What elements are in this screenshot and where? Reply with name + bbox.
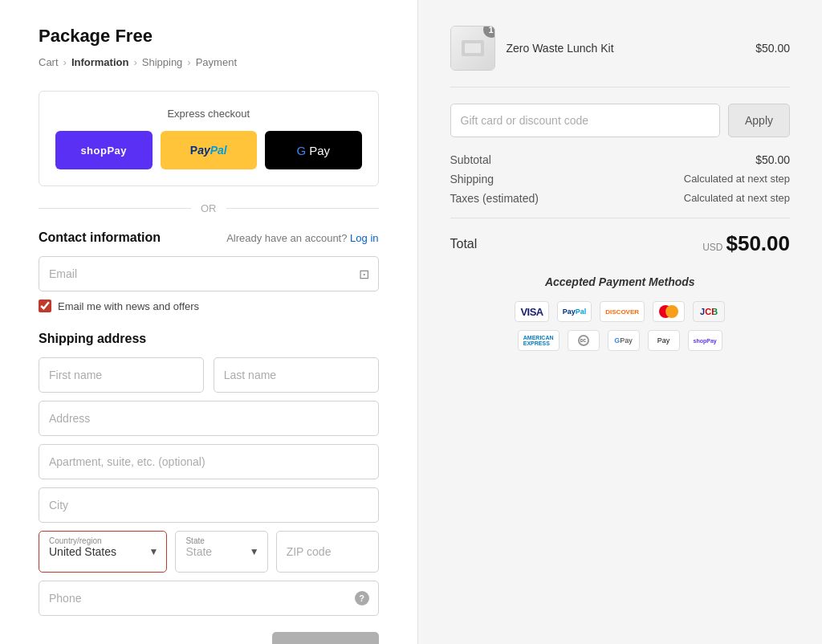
discount-row: Apply <box>450 104 791 137</box>
country-select-wrap[interactable]: Country/region United States ▼ United St… <box>39 531 167 573</box>
newsletter-label: Email me with news and offers <box>58 300 199 312</box>
apartment-input[interactable] <box>39 444 379 479</box>
total-label: Total <box>450 237 478 251</box>
breadcrumb-shipping[interactable]: Shipping <box>142 56 183 68</box>
email-input[interactable] <box>39 256 379 291</box>
contact-header: Contact information Already have an acco… <box>39 230 379 245</box>
total-amount: USD $50.00 <box>702 231 790 256</box>
breadcrumb-sep3: › <box>187 56 190 68</box>
express-buttons: shopPay PayPal G Pay <box>55 131 362 169</box>
apply-button[interactable]: Apply <box>728 104 790 137</box>
shop-pay-icon: shopPay <box>688 330 722 351</box>
summary-lines: Subtotal $50.00 Shipping Calculated at n… <box>450 153 791 205</box>
cart-item: 1 Zero Waste Lunch Kit $50.00 <box>450 26 791 88</box>
login-prompt: Already have an account? Log in <box>226 232 378 244</box>
shipping-address-section: Shipping address Country/region United S… <box>39 332 379 616</box>
phone-row: ? <box>39 581 379 616</box>
login-link[interactable]: Log in <box>350 232 378 244</box>
express-checkout-label: Express checkout <box>55 108 362 120</box>
payment-methods-title: Accepted Payment Methods <box>450 275 791 288</box>
newsletter-row: Email me with news and offers <box>39 300 379 312</box>
subtotal-line: Subtotal $50.00 <box>450 153 791 166</box>
gpay-button[interactable]: G Pay <box>265 131 362 169</box>
shipping-value: Calculated at next step <box>684 173 790 185</box>
location-row: Country/region United States ▼ United St… <box>39 531 379 573</box>
total-line: Total USD $50.00 <box>450 231 791 256</box>
paypal-payment-icon: PayPal <box>557 301 592 322</box>
discover-icon: DISCOVER <box>600 301 645 322</box>
or-text: OR <box>201 202 217 214</box>
payment-icons-row-2: AMERICANEXPRESS DC G Pay Pay shopPay <box>450 330 791 351</box>
product-name: Zero Waste Lunch Kit <box>507 42 745 55</box>
paypal-button[interactable]: PayPal <box>161 131 258 169</box>
payment-icons-row-1: VISA PayPal DISCOVER JCB <box>450 301 791 322</box>
amex-icon: AMERICANEXPRESS <box>518 330 560 351</box>
product-price: $50.00 <box>755 42 790 55</box>
city-input[interactable] <box>39 487 379 523</box>
order-summary-panel: 1 Zero Waste Lunch Kit $50.00 Apply Subt… <box>417 0 823 644</box>
breadcrumb-sep1: › <box>63 56 67 68</box>
subtotal-value: $50.00 <box>755 153 790 166</box>
google-pay-icon: G Pay <box>608 330 640 351</box>
taxes-value: Calculated at next step <box>684 192 790 205</box>
mastercard-icon <box>653 301 685 322</box>
contact-title: Contact information <box>39 230 161 245</box>
taxes-line: Taxes (estimated) Calculated at next ste… <box>450 192 791 205</box>
apple-pay-icon: Pay <box>648 330 680 351</box>
shipping-line: Shipping Calculated at next step <box>450 173 791 185</box>
visa-icon: VISA <box>515 301 548 322</box>
shipping-label: Shipping <box>450 173 494 185</box>
continue-button[interactable]: Continue <box>272 632 378 644</box>
state-select-wrap[interactable]: State State ▼ State <box>175 531 267 573</box>
apartment-row <box>39 444 379 479</box>
breadcrumb-cart[interactable]: Cart <box>39 56 59 68</box>
total-value: $50.00 <box>726 231 790 256</box>
svg-rect-1 <box>465 43 481 53</box>
subtotal-label: Subtotal <box>450 153 491 166</box>
taxes-label: Taxes (estimated) <box>450 192 539 205</box>
breadcrumb-payment[interactable]: Payment <box>196 56 237 68</box>
first-name-input[interactable] <box>39 357 204 393</box>
breadcrumb-sep2: › <box>133 56 136 68</box>
total-currency: USD <box>702 242 722 253</box>
discount-input[interactable] <box>450 104 720 137</box>
newsletter-checkbox[interactable] <box>39 300 51 312</box>
address-row <box>39 401 379 436</box>
jcb-icon: JCB <box>693 301 725 322</box>
breadcrumb: Cart › Information › Shipping › Payment <box>39 56 379 68</box>
form-footer: ‹ Return to cart Continue <box>39 632 379 644</box>
zip-input[interactable] <box>276 531 379 573</box>
shop-pay-label: shopPay <box>80 145 127 157</box>
shipping-title: Shipping address <box>39 332 379 346</box>
email-icon: ⊡ <box>359 267 369 282</box>
city-row <box>39 487 379 523</box>
diners-club-icon: DC <box>568 330 600 351</box>
breadcrumb-information[interactable]: Information <box>71 56 129 68</box>
name-row <box>39 357 379 393</box>
last-name-input[interactable] <box>214 357 379 393</box>
summary-divider <box>450 218 791 218</box>
express-checkout-section: Express checkout shopPay PayPal G Pay <box>39 91 379 186</box>
phone-help-icon[interactable]: ? <box>355 591 369 605</box>
email-row: ⊡ <box>39 256 379 291</box>
store-name: Package Free <box>39 26 379 47</box>
gpay-label: G Pay <box>296 144 330 157</box>
paypal-label: PayPal <box>190 144 227 157</box>
address-input[interactable] <box>39 401 379 436</box>
or-divider: OR <box>39 202 379 214</box>
phone-input[interactable] <box>39 581 379 616</box>
checkout-left-panel: Package Free Cart › Information › Shippi… <box>0 0 417 644</box>
product-image: 1 <box>450 26 495 71</box>
shop-pay-button[interactable]: shopPay <box>55 131 153 169</box>
